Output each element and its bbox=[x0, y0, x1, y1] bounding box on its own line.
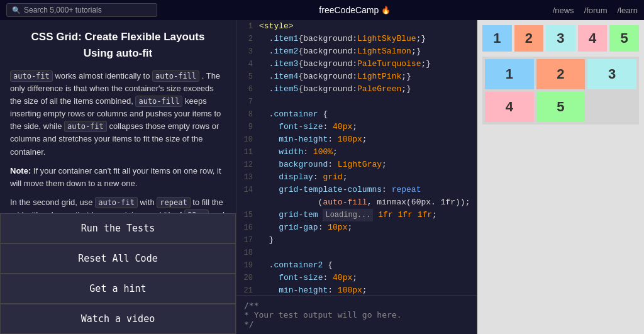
code-line-21: 21 min-height: 100px; bbox=[236, 284, 477, 295]
grid-item-2-5: 5 bbox=[536, 92, 586, 122]
grid-item-1-2: 2 bbox=[514, 25, 544, 52]
code-line-3: 3 .item2{background:LightSalmon;} bbox=[236, 45, 477, 58]
code-line-15: 15 grid-tem Loading... 1fr 1fr 1fr; bbox=[236, 209, 477, 221]
grid-item-1-1: 1 bbox=[482, 25, 512, 52]
get-hint-button[interactable]: Get a hint bbox=[0, 274, 236, 304]
code-line-2: 2 .item1{background:LightSkyBlue;} bbox=[236, 33, 477, 45]
output-line-1: /** bbox=[244, 301, 469, 310]
code-editor[interactable]: 1 <style> 2 .item1{background:LightSkyBl… bbox=[236, 20, 477, 295]
note-label: Note: bbox=[10, 166, 31, 175]
search-box[interactable]: 🔍 Search 5,000+ tutorials bbox=[6, 3, 157, 17]
top-navigation: 🔍 Search 5,000+ tutorials freeCodeCamp 🔥… bbox=[0, 0, 644, 20]
nav-link-learn[interactable]: /learn bbox=[617, 6, 638, 15]
nav-link-news[interactable]: /news bbox=[553, 6, 574, 15]
code-line-16: 16 grid-gap: 10px; bbox=[236, 221, 477, 234]
code-line-7: 7 bbox=[236, 96, 477, 108]
left-panel: CSS Grid: Create Flexible LayoutsUsing a… bbox=[0, 20, 236, 334]
code-line-19: 19 .container2 { bbox=[236, 259, 477, 272]
brand-center: freeCodeCamp 🔥 bbox=[157, 5, 553, 15]
lesson-title: CSS Grid: Create Flexible LayoutsUsing a… bbox=[10, 29, 226, 62]
grid-item-2-2: 2 bbox=[536, 59, 586, 89]
preview-panel: 1 2 3 4 5 1 2 3 4 5 bbox=[477, 20, 644, 334]
lesson-content: CSS Grid: Create Flexible LayoutsUsing a… bbox=[0, 20, 236, 213]
watch-video-button[interactable]: Watch a video bbox=[0, 304, 236, 334]
grid-item-1-4: 4 bbox=[578, 25, 608, 52]
grid-item-1-3: 3 bbox=[546, 25, 575, 52]
search-placeholder: Search 5,000+ tutorials bbox=[24, 6, 102, 14]
lesson-paragraph-1: auto-fit works almost identically to aut… bbox=[10, 70, 226, 159]
code-line-9: 9 font-size: 40px; bbox=[236, 121, 477, 133]
code-line-12: 12 background: LightGray; bbox=[236, 159, 477, 171]
code-auto-fill-2: auto-fill bbox=[135, 96, 182, 107]
code-editor-panel: 1 <style> 2 .item1{background:LightSkyBl… bbox=[236, 20, 477, 334]
preview-area: 1 2 3 4 5 1 2 3 4 5 bbox=[477, 20, 644, 334]
grid-preview-2: 1 2 3 4 5 bbox=[482, 57, 639, 125]
lesson-note: Note: If your container can't fit all yo… bbox=[10, 165, 226, 190]
output-line-3: */ bbox=[244, 320, 469, 329]
grid-item-2-3: 3 bbox=[587, 59, 636, 89]
code-line-11: 11 width: 100%; bbox=[236, 146, 477, 159]
nav-links: /news /forum /learn bbox=[553, 6, 638, 15]
brand-name: freeCodeCamp bbox=[319, 5, 379, 15]
flame-icon: 🔥 bbox=[381, 6, 391, 14]
code-repeat: repeat bbox=[157, 197, 190, 208]
code-line-6: 6 .item5{background:PaleGreen;} bbox=[236, 83, 477, 96]
code-auto-fit-2: auto-fit bbox=[64, 121, 107, 132]
main-area: CSS Grid: Create Flexible LayoutsUsing a… bbox=[0, 20, 644, 334]
code-line-17: 17 } bbox=[236, 234, 477, 247]
code-line-4: 4 .item3{background:PaleTurquoise;} bbox=[236, 58, 477, 70]
code-line-14: 14 grid-template-columns: repeat (auto-f… bbox=[236, 184, 477, 209]
code-line-5: 5 .item4{background:LightPink;} bbox=[236, 70, 477, 83]
code-auto-fill-1: auto-fill bbox=[152, 70, 199, 82]
grid-item-1-5: 5 bbox=[609, 25, 639, 52]
run-tests-button[interactable]: Run the Tests bbox=[0, 213, 236, 243]
grid-item-2-1: 1 bbox=[485, 59, 534, 89]
code-line-18: 18 bbox=[236, 247, 477, 259]
code-line-13: 13 display: grid; bbox=[236, 171, 477, 184]
code-line-8: 8 .container { bbox=[236, 108, 477, 121]
grid-preview-1: 1 2 3 4 5 bbox=[482, 25, 639, 52]
code-line-20: 20 font-size: 40px; bbox=[236, 272, 477, 284]
code-line-10: 10 min-height: 100px; bbox=[236, 133, 477, 146]
code-auto-fit-1: auto-fit bbox=[10, 70, 53, 82]
button-area: Run the Tests Reset All Code Get a hint … bbox=[0, 213, 236, 334]
search-icon: 🔍 bbox=[12, 6, 21, 14]
lesson-paragraph-2: In the second grid, use auto-fit with re… bbox=[10, 196, 226, 213]
code-auto-fit-3: auto-fit bbox=[95, 197, 138, 208]
code-line-1: 1 <style> bbox=[236, 20, 477, 33]
output-line-2: * Your test output will go here. bbox=[244, 310, 469, 320]
nav-link-forum[interactable]: /forum bbox=[584, 6, 608, 15]
reset-code-button[interactable]: Reset All Code bbox=[0, 243, 236, 274]
note-text: If your container can't fit all your ite… bbox=[10, 166, 221, 188]
grid-item-2-4: 4 bbox=[485, 92, 534, 122]
output-area: /** * Your test output will go here. */ bbox=[236, 295, 477, 334]
